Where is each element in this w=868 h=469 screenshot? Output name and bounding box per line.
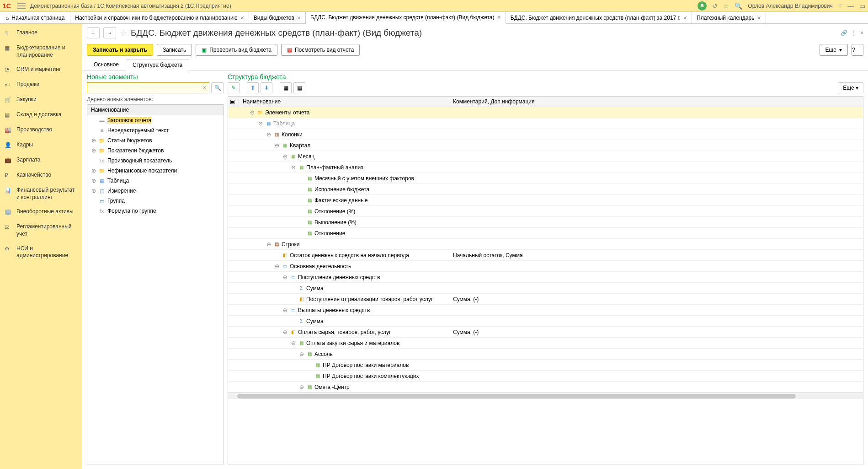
- grid-row[interactable]: ▦Месячный с учетом внешних факторов: [228, 173, 863, 184]
- expander-icon[interactable]: ⊖: [282, 274, 288, 280]
- star-icon[interactable]: ☆: [120, 28, 127, 38]
- search-icon[interactable]: 🔍: [735, 2, 742, 10]
- grid-row[interactable]: ΣСумма: [228, 316, 863, 327]
- expander-icon[interactable]: ⊖: [291, 164, 296, 171]
- tree-item[interactable]: ⊕📁Показатели бюджетов: [87, 146, 224, 156]
- check-button[interactable]: ▣Проверить вид бюджета: [196, 44, 277, 56]
- grid-row[interactable]: ⊖▦Месяц: [228, 151, 863, 162]
- close-icon[interactable]: ×: [497, 14, 501, 21]
- expander-icon[interactable]: ⊕: [91, 188, 96, 194]
- expander-icon[interactable]: ⊖: [299, 384, 304, 390]
- grid-row[interactable]: ▦ПР Договор поставки материалов: [228, 360, 863, 371]
- sidebar-item[interactable]: ▤Склад и доставка: [0, 108, 82, 123]
- grid-col-comment[interactable]: Комментарий, Доп.информация: [449, 97, 863, 107]
- close-icon[interactable]: ×: [297, 14, 301, 22]
- close-icon[interactable]: ×: [757, 14, 761, 22]
- sidebar-item[interactable]: ≡Главное: [0, 26, 82, 41]
- history-icon[interactable]: ↺: [712, 2, 718, 10]
- expander-icon[interactable]: ⊖: [266, 241, 272, 248]
- search-input[interactable]: ×: [87, 82, 209, 93]
- grid-row[interactable]: ▦Отклонение (%): [228, 206, 863, 217]
- move-down-button[interactable]: ⬇: [261, 82, 272, 93]
- settings-icon[interactable]: ≡: [838, 2, 842, 10]
- subtab-structure[interactable]: Структура бюджета: [126, 59, 189, 70]
- tree-item[interactable]: ▬Заголовок отчета: [87, 115, 224, 125]
- sidebar-item[interactable]: ⚙НСИ и администрирование: [0, 242, 82, 263]
- clear-icon[interactable]: ×: [203, 85, 206, 91]
- expander-icon[interactable]: ⊖: [282, 329, 288, 335]
- sidebar-item[interactable]: ⚖Регламентированный учет: [0, 220, 82, 241]
- sidebar-item[interactable]: 📊Финансовый результат и контроллинг: [0, 183, 82, 205]
- grid-row[interactable]: ▦Отклонение: [228, 228, 863, 239]
- more-button[interactable]: Еще ▾: [838, 82, 863, 93]
- expander-icon[interactable]: ⊕: [91, 137, 96, 144]
- menu-icon[interactable]: [17, 3, 26, 9]
- grid-row[interactable]: ◧Остаток денежных средств на начало пери…: [228, 250, 863, 261]
- edit-button[interactable]: ✎: [228, 82, 240, 93]
- sidebar-item[interactable]: 👤Кадры: [0, 138, 82, 153]
- grid-row[interactable]: ⊖▦Ассоль: [228, 349, 863, 360]
- expander-icon[interactable]: ⊖: [250, 109, 255, 116]
- grid-row[interactable]: ⊖▦Оплата закупки сырья и материалов: [228, 338, 863, 349]
- save-button[interactable]: Записать: [157, 44, 192, 56]
- horizontal-scrollbar[interactable]: [228, 393, 863, 399]
- more-vert-icon[interactable]: ⋮: [851, 30, 857, 36]
- tree-item[interactable]: ≡Нередактируемый текст: [87, 125, 224, 135]
- tree-item[interactable]: fxФормула по группе: [87, 206, 224, 216]
- grid-row[interactable]: ▦Исполнение бюджета: [228, 184, 863, 195]
- grid-row[interactable]: ⊖▥Колонки: [228, 129, 863, 140]
- forward-button[interactable]: →: [103, 27, 116, 38]
- grid-row[interactable]: ⊖▦План-фактный анализ: [228, 162, 863, 173]
- expander-icon[interactable]: ⊖: [274, 263, 280, 270]
- grid-row[interactable]: ⊖◧Оплата сырья, товаров, работ, услугСум…: [228, 327, 863, 338]
- move-up-button[interactable]: ⬆: [247, 82, 259, 93]
- close-icon[interactable]: ×: [240, 14, 244, 22]
- grid-col-name[interactable]: Наименование: [239, 97, 449, 107]
- grid-row[interactable]: ⊖📁Элементы отчета: [228, 107, 863, 118]
- sidebar-item[interactable]: 🛒Закупки: [0, 92, 82, 108]
- sidebar-item[interactable]: ▦Бюджетирование и планирование: [0, 41, 82, 62]
- grid-row[interactable]: ⊖▦Таблица: [228, 118, 863, 129]
- search-button[interactable]: 🔍: [211, 82, 224, 93]
- expander-icon[interactable]: ⊖: [291, 340, 296, 346]
- tree-item[interactable]: ⊕▦Таблица: [87, 176, 224, 186]
- expander-icon[interactable]: ⊖: [282, 153, 288, 160]
- tree-item[interactable]: ▭Группа: [87, 196, 224, 206]
- grid-col-marker[interactable]: ▣: [228, 97, 239, 107]
- more-button[interactable]: Еще ▾: [820, 44, 848, 56]
- close-icon[interactable]: ×: [683, 14, 687, 22]
- back-button[interactable]: ←: [87, 27, 100, 38]
- grid-row[interactable]: ΣСумма: [228, 283, 863, 294]
- expander-icon[interactable]: ⊕: [91, 178, 96, 184]
- grid-row[interactable]: ▦ПР Договор поставки комплектующих: [228, 371, 863, 382]
- sidebar-item[interactable]: 💼Зарплата: [0, 153, 82, 168]
- grid-row[interactable]: ◧Поступления от реализации товаров, рабо…: [228, 294, 863, 305]
- grid-row[interactable]: ⊖▭Выплаты денежных средств: [228, 305, 863, 316]
- subtab-main[interactable]: Основное: [87, 59, 126, 70]
- grid-row[interactable]: ⊖▦Омега -Центр: [228, 382, 863, 393]
- tree-item[interactable]: fxПроизводный показатель: [87, 156, 224, 166]
- tab-item[interactable]: Настройки и справочники по бюджетировани…: [70, 12, 249, 23]
- close-page-icon[interactable]: ×: [860, 30, 863, 36]
- expander-icon[interactable]: ⊖: [274, 142, 280, 149]
- preview-button[interactable]: ▦Посмотреть вид отчета: [281, 44, 360, 56]
- sidebar-item[interactable]: 🏷Продажи: [0, 77, 82, 92]
- expand-button[interactable]: ▦: [280, 82, 292, 93]
- help-button[interactable]: ?: [852, 44, 863, 56]
- tab-item[interactable]: Платежный календарь×: [692, 12, 766, 23]
- tree-item[interactable]: ⊕📁Нефинансовые показатели: [87, 166, 224, 176]
- tree-item[interactable]: ⊕📁Статьи бюджетов: [87, 135, 224, 146]
- tab-item[interactable]: БДДС. Бюджет движения денежных средств (…: [306, 12, 506, 24]
- expander-icon[interactable]: ⊕: [91, 147, 96, 154]
- collapse-button[interactable]: ▦: [293, 82, 305, 93]
- tab-home[interactable]: ⌂ Начальная страница: [0, 12, 70, 23]
- sidebar-item[interactable]: 🏭Производство: [0, 123, 82, 138]
- grid-row[interactable]: ⊖▭Основная деятельность: [228, 261, 863, 272]
- grid-row[interactable]: ▦Выполнение (%): [228, 217, 863, 228]
- grid-row[interactable]: ⊖▦Квартал: [228, 140, 863, 151]
- expander-icon[interactable]: ⊖: [258, 120, 263, 127]
- expander-icon[interactable]: ⊖: [282, 307, 288, 313]
- expander-icon[interactable]: ⊕: [91, 167, 96, 174]
- grid-row[interactable]: ⊖▤Строки: [228, 239, 863, 250]
- grid-row[interactable]: ⊖▭Поступления денежных средств: [228, 272, 863, 283]
